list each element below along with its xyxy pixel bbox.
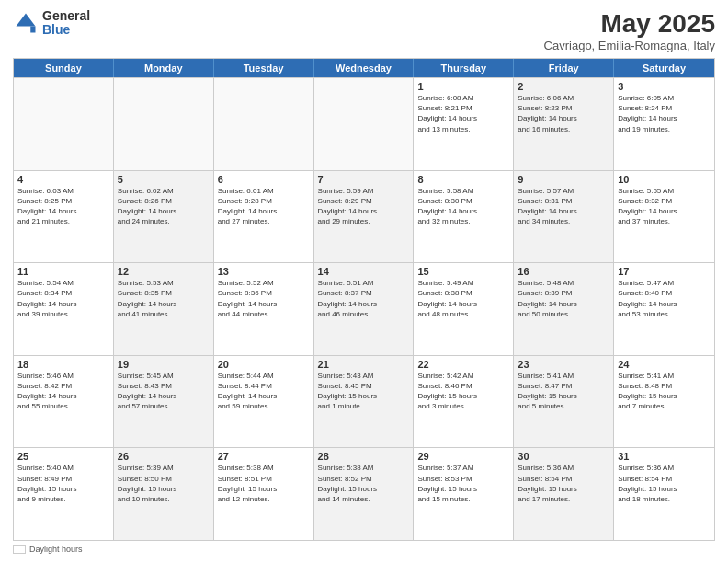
day-number: 4 (17, 174, 109, 185)
main-title: May 2025 (544, 9, 715, 39)
calendar-cell: 7Sunrise: 5:59 AM Sunset: 8:29 PM Daylig… (314, 171, 415, 263)
calendar-cell (314, 78, 415, 170)
calendar-cell: 22Sunrise: 5:42 AM Sunset: 8:46 PM Dayli… (414, 356, 514, 448)
calendar-cell: 29Sunrise: 5:37 AM Sunset: 8:53 PM Dayli… (414, 448, 514, 540)
svg-marker-0 (17, 14, 36, 27)
day-number: 28 (318, 451, 410, 462)
calendar-row: 4Sunrise: 6:03 AM Sunset: 8:25 PM Daylig… (14, 170, 714, 263)
legend-box-daylight (13, 545, 26, 554)
legend-item-daylight: Daylight hours (13, 545, 83, 554)
calendar-cell: 4Sunrise: 6:03 AM Sunset: 8:25 PM Daylig… (14, 171, 114, 263)
daylight-label: Daylight hours (29, 545, 83, 554)
calendar-cell: 10Sunrise: 5:55 AM Sunset: 8:32 PM Dayli… (614, 171, 714, 263)
day-number: 1 (417, 81, 509, 92)
logo-text: General Blue (42, 9, 90, 38)
cell-detail: Sunrise: 5:49 AM Sunset: 8:38 PM Dayligh… (417, 278, 509, 319)
logo: General Blue (13, 9, 90, 38)
cell-detail: Sunrise: 5:36 AM Sunset: 8:54 PM Dayligh… (518, 463, 609, 504)
day-number: 23 (518, 359, 609, 370)
cell-detail: Sunrise: 5:43 AM Sunset: 8:45 PM Dayligh… (318, 371, 410, 412)
cell-detail: Sunrise: 5:55 AM Sunset: 8:32 PM Dayligh… (618, 186, 711, 227)
calendar-header-cell: Saturday (614, 59, 714, 77)
day-number: 2 (518, 81, 609, 92)
day-number: 12 (118, 266, 210, 277)
cell-detail: Sunrise: 6:06 AM Sunset: 8:23 PM Dayligh… (518, 93, 609, 134)
page: General Blue May 2025 Cavriago, Emilia-R… (0, 0, 728, 563)
subtitle: Cavriago, Emilia-Romagna, Italy (544, 39, 715, 52)
calendar-header-cell: Thursday (414, 59, 514, 77)
day-number: 9 (518, 174, 609, 185)
calendar-row: 1Sunrise: 6:08 AM Sunset: 8:21 PM Daylig… (14, 77, 714, 170)
cell-detail: Sunrise: 5:47 AM Sunset: 8:40 PM Dayligh… (618, 278, 711, 319)
cell-detail: Sunrise: 5:52 AM Sunset: 8:36 PM Dayligh… (218, 278, 310, 319)
day-number: 22 (417, 359, 509, 370)
cell-detail: Sunrise: 5:40 AM Sunset: 8:49 PM Dayligh… (17, 463, 109, 504)
calendar-header-row: SundayMondayTuesdayWednesdayThursdayFrid… (14, 59, 714, 77)
cell-detail: Sunrise: 5:57 AM Sunset: 8:31 PM Dayligh… (518, 186, 609, 227)
calendar-cell (14, 78, 114, 170)
day-number: 17 (618, 266, 711, 277)
calendar-cell: 1Sunrise: 6:08 AM Sunset: 8:21 PM Daylig… (414, 78, 514, 170)
logo-general: General (42, 9, 90, 23)
cell-detail: Sunrise: 6:02 AM Sunset: 8:26 PM Dayligh… (118, 186, 210, 227)
calendar-cell: 16Sunrise: 5:48 AM Sunset: 8:39 PM Dayli… (514, 263, 614, 355)
calendar: SundayMondayTuesdayWednesdayThursdayFrid… (13, 58, 715, 541)
calendar-cell: 14Sunrise: 5:51 AM Sunset: 8:37 PM Dayli… (314, 263, 415, 355)
cell-detail: Sunrise: 5:48 AM Sunset: 8:39 PM Dayligh… (518, 278, 609, 319)
cell-detail: Sunrise: 5:44 AM Sunset: 8:44 PM Dayligh… (218, 371, 310, 412)
calendar-header-cell: Friday (514, 59, 614, 77)
cell-detail: Sunrise: 5:39 AM Sunset: 8:50 PM Dayligh… (118, 463, 210, 504)
calendar-header-cell: Wednesday (314, 59, 415, 77)
cell-detail: Sunrise: 6:03 AM Sunset: 8:25 PM Dayligh… (17, 186, 109, 227)
day-number: 8 (417, 174, 509, 185)
day-number: 18 (17, 359, 109, 370)
header: General Blue May 2025 Cavriago, Emilia-R… (13, 9, 715, 52)
calendar-header-cell: Tuesday (214, 59, 314, 77)
day-number: 6 (218, 174, 310, 185)
cell-detail: Sunrise: 5:51 AM Sunset: 8:37 PM Dayligh… (318, 278, 410, 319)
calendar-cell: 2Sunrise: 6:06 AM Sunset: 8:23 PM Daylig… (514, 78, 614, 170)
calendar-cell: 20Sunrise: 5:44 AM Sunset: 8:44 PM Dayli… (214, 356, 314, 448)
day-number: 19 (118, 359, 210, 370)
calendar-cell: 9Sunrise: 5:57 AM Sunset: 8:31 PM Daylig… (514, 171, 614, 263)
calendar-cell: 13Sunrise: 5:52 AM Sunset: 8:36 PM Dayli… (214, 263, 314, 355)
calendar-cell: 15Sunrise: 5:49 AM Sunset: 8:38 PM Dayli… (414, 263, 514, 355)
day-number: 26 (118, 451, 210, 462)
calendar-row: 25Sunrise: 5:40 AM Sunset: 8:49 PM Dayli… (14, 447, 714, 540)
calendar-cell: 21Sunrise: 5:43 AM Sunset: 8:45 PM Dayli… (314, 356, 415, 448)
cell-detail: Sunrise: 5:45 AM Sunset: 8:43 PM Dayligh… (118, 371, 210, 412)
cell-detail: Sunrise: 5:46 AM Sunset: 8:42 PM Dayligh… (17, 371, 109, 412)
day-number: 15 (417, 266, 509, 277)
day-number: 31 (618, 451, 711, 462)
day-number: 3 (618, 81, 711, 92)
day-number: 29 (417, 451, 509, 462)
cell-detail: Sunrise: 6:01 AM Sunset: 8:28 PM Dayligh… (218, 186, 310, 227)
svg-marker-1 (30, 27, 35, 33)
cell-detail: Sunrise: 6:08 AM Sunset: 8:21 PM Dayligh… (417, 93, 509, 134)
calendar-row: 11Sunrise: 5:54 AM Sunset: 8:34 PM Dayli… (14, 262, 714, 355)
day-number: 27 (218, 451, 310, 462)
day-number: 16 (518, 266, 609, 277)
cell-detail: Sunrise: 5:38 AM Sunset: 8:52 PM Dayligh… (318, 463, 410, 504)
day-number: 30 (518, 451, 609, 462)
day-number: 21 (318, 359, 410, 370)
logo-icon (13, 10, 39, 36)
day-number: 20 (218, 359, 310, 370)
calendar-cell: 23Sunrise: 5:41 AM Sunset: 8:47 PM Dayli… (514, 356, 614, 448)
cell-detail: Sunrise: 5:37 AM Sunset: 8:53 PM Dayligh… (417, 463, 509, 504)
calendar-header-cell: Monday (114, 59, 214, 77)
calendar-cell: 3Sunrise: 6:05 AM Sunset: 8:24 PM Daylig… (614, 78, 714, 170)
cell-detail: Sunrise: 5:36 AM Sunset: 8:54 PM Dayligh… (618, 463, 711, 504)
cell-detail: Sunrise: 5:54 AM Sunset: 8:34 PM Dayligh… (17, 278, 109, 319)
day-number: 25 (17, 451, 109, 462)
calendar-cell: 5Sunrise: 6:02 AM Sunset: 8:26 PM Daylig… (114, 171, 214, 263)
calendar-cell: 19Sunrise: 5:45 AM Sunset: 8:43 PM Dayli… (114, 356, 214, 448)
calendar-cell (214, 78, 314, 170)
calendar-cell: 12Sunrise: 5:53 AM Sunset: 8:35 PM Dayli… (114, 263, 214, 355)
day-number: 24 (618, 359, 711, 370)
calendar-cell: 17Sunrise: 5:47 AM Sunset: 8:40 PM Dayli… (614, 263, 714, 355)
day-number: 13 (218, 266, 310, 277)
cell-detail: Sunrise: 5:41 AM Sunset: 8:47 PM Dayligh… (518, 371, 609, 412)
cell-detail: Sunrise: 6:05 AM Sunset: 8:24 PM Dayligh… (618, 93, 711, 134)
title-block: May 2025 Cavriago, Emilia-Romagna, Italy (544, 9, 715, 52)
